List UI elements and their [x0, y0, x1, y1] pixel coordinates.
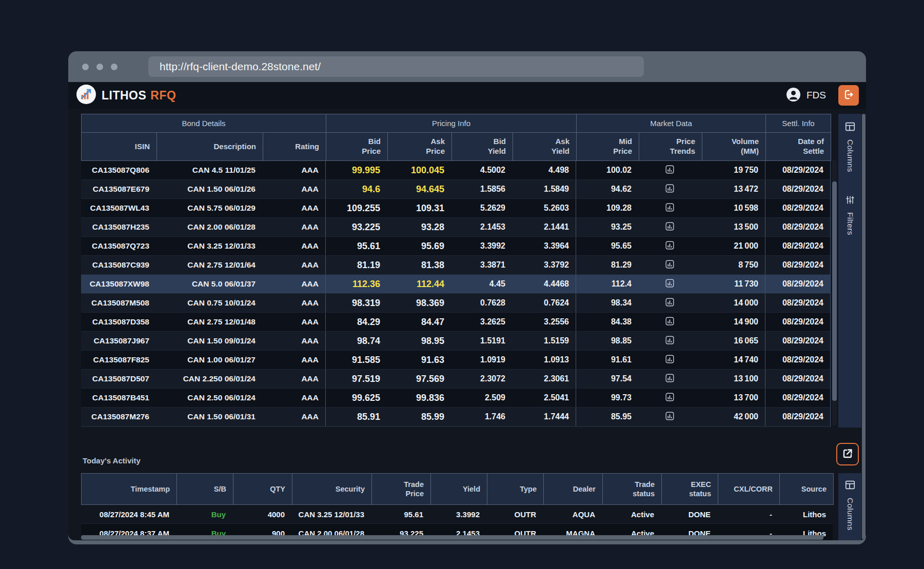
bond-row[interactable]: CA135087B451 CAN 2.50 06/01/24 AAA 99.62…	[81, 389, 830, 408]
cell-ask-price[interactable]: 109.31	[387, 199, 451, 217]
logout-button[interactable]	[838, 85, 859, 106]
col-header-yield[interactable]: Yield	[430, 474, 487, 504]
cell-bid-price[interactable]: 93.225	[325, 218, 387, 236]
cell-settle-date: 08/29/2024	[765, 275, 830, 293]
col-header-source[interactable]: Source	[779, 474, 833, 504]
cell-ask-price[interactable]: 97.569	[387, 370, 451, 388]
page-vertical-scrollbar[interactable]	[862, 114, 866, 539]
cell-ask-price[interactable]: 98.95	[387, 332, 451, 350]
cell-ask-price[interactable]: 85.99	[387, 408, 451, 426]
col-header-isin[interactable]: ISIN	[82, 133, 156, 160]
col-header-trade-price[interactable]: Trade Price	[371, 474, 430, 504]
bond-table-vertical-scrollbar[interactable]	[832, 160, 837, 425]
cell-price-trends[interactable]	[638, 408, 701, 426]
cell-price-trends[interactable]	[638, 218, 701, 236]
cell-bid-price[interactable]: 99.625	[325, 389, 387, 407]
cell-price-trends[interactable]	[638, 370, 701, 388]
cell-description: CAN 2.75 12/01/48	[156, 313, 262, 331]
col-header-volume[interactable]: Volume (MM)	[702, 133, 765, 160]
col-header-qty[interactable]: QTY	[233, 474, 292, 504]
cell-price-trends[interactable]	[638, 389, 701, 407]
cell-bid-price[interactable]: 85.91	[325, 408, 387, 426]
col-header-ask-yield[interactable]: Ask Yield	[513, 133, 576, 160]
columns-tab[interactable]: Columns	[844, 121, 856, 172]
col-header-description[interactable]: Description	[156, 133, 263, 160]
bond-row[interactable]: CA135087C939 CAN 2.75 12/01/64 AAA 81.19…	[81, 256, 830, 275]
activity-columns-tab[interactable]: Columns	[844, 479, 856, 531]
cell-price-trends[interactable]	[638, 313, 701, 331]
col-header-date-settle[interactable]: Date of Settle	[765, 133, 831, 160]
cell-price-trends[interactable]	[638, 275, 701, 293]
cell-price-trends[interactable]	[638, 237, 701, 255]
bond-row[interactable]: CA135087H235 CAN 2.00 06/01/28 AAA 93.22…	[81, 218, 830, 237]
window-control-dot[interactable]	[96, 64, 103, 70]
bond-row[interactable]: CA135087E679 CAN 1.50 06/01/26 AAA 94.6 …	[81, 180, 830, 199]
cell-price-trends[interactable]	[638, 256, 701, 274]
cell-settle-date: 08/29/2024	[765, 294, 830, 312]
cell-bid-price[interactable]: 97.519	[325, 370, 387, 388]
window-control-dot[interactable]	[111, 64, 117, 70]
bond-row[interactable]: CA135087XW98 CAN 5.0 06/01/37 AAA 112.36…	[81, 275, 830, 294]
col-header-trade-status[interactable]: Trade status	[602, 474, 661, 504]
cell-bid-price[interactable]: 98.319	[325, 294, 387, 312]
bond-row[interactable]: CA135087F825 CAN 1.00 06/01/27 AAA 91.58…	[81, 351, 830, 370]
col-header-price-trends[interactable]: Price Trends	[639, 133, 702, 160]
bond-row[interactable]: CA135087D358 CAN 2.75 12/01/48 AAA 84.29…	[81, 313, 830, 332]
bond-row[interactable]: CA135087J967 CAN 1.50 09/01/24 AAA 98.74…	[81, 332, 830, 351]
cell-price-trends[interactable]	[638, 161, 701, 179]
activity-horizontal-scrollbar[interactable]	[81, 535, 823, 540]
col-header-ask-price[interactable]: Ask Price	[387, 133, 451, 160]
cell-ask-price[interactable]: 93.28	[387, 218, 451, 236]
cell-price-trends[interactable]	[638, 199, 701, 217]
cell-price-trends[interactable]	[638, 294, 701, 312]
cell-bid-price[interactable]: 91.585	[325, 351, 387, 369]
col-header-rating[interactable]: Rating	[263, 133, 326, 160]
cell-ask-price[interactable]: 81.38	[387, 256, 451, 274]
bond-row[interactable]: CA135087M276 CAN 1.50 06/01/31 AAA 85.91…	[81, 408, 830, 426]
cell-ask-price[interactable]: 94.645	[387, 180, 451, 198]
col-header-dealer[interactable]: Dealer	[543, 474, 602, 504]
filters-tab[interactable]: Filters	[845, 195, 855, 235]
bond-row[interactable]: CA135087M508 CAN 0.75 10/01/24 AAA 98.31…	[81, 294, 830, 313]
bond-row[interactable]: CA135087D507 CAN 2.250 06/01/24 AAA 97.5…	[81, 370, 830, 389]
cell-price-trends[interactable]	[638, 351, 701, 369]
col-header-exec-status[interactable]: EXEC status	[661, 474, 718, 504]
cell-ask-price[interactable]: 91.63	[387, 351, 451, 369]
cell-bid-price[interactable]: 112.36	[325, 275, 387, 293]
bond-row[interactable]: CA135087WL43 CAN 5.75 06/01/29 AAA 109.2…	[81, 199, 830, 218]
cell-settle-date: 08/29/2024	[765, 199, 830, 217]
col-header-bid-yield[interactable]: Bid Yield	[451, 133, 513, 160]
cell-bid-price[interactable]: 98.74	[325, 332, 387, 350]
cell-bid-price[interactable]: 84.29	[325, 313, 387, 331]
url-bar[interactable]: http://rfq-client-demo.28stone.net/	[148, 56, 644, 77]
expand-activity-button[interactable]	[836, 443, 859, 465]
col-header-type[interactable]: Type	[487, 474, 543, 504]
scrollbar-thumb[interactable]	[832, 181, 837, 401]
window-control-dot[interactable]	[82, 64, 89, 70]
cell-ask-price[interactable]: 84.47	[387, 313, 451, 331]
cell-ask-price[interactable]: 95.69	[387, 237, 451, 255]
col-header-mid-price[interactable]: Mid Price	[576, 133, 639, 160]
col-header-security[interactable]: Security	[292, 474, 371, 504]
cell-ask-price[interactable]: 98.369	[387, 294, 451, 312]
bond-row[interactable]: CA135087Q806 CAN 4.5 11/01/25 AAA 99.995…	[81, 161, 830, 180]
col-header-bid-price[interactable]: Bid Price	[326, 133, 387, 160]
cell-bid-price[interactable]: 94.6	[325, 180, 387, 198]
bond-row[interactable]: CA135087Q723 CAN 3.25 12/01/33 AAA 95.61…	[81, 237, 830, 256]
col-header-side[interactable]: S/B	[176, 474, 233, 504]
cell-ask-price[interactable]: 100.045	[387, 161, 451, 179]
price-trend-chart-icon	[665, 412, 674, 422]
cell-ask-price[interactable]: 99.836	[387, 389, 451, 407]
cell-ask-price[interactable]: 112.44	[387, 275, 451, 293]
cell-bid-price[interactable]: 81.19	[325, 256, 387, 274]
cell-price-trends[interactable]	[638, 180, 701, 198]
col-header-timestamp[interactable]: Timestamp	[82, 474, 176, 504]
activity-row[interactable]: 08/27/2024 8:45 AM Buy 4000 CAN 3.25 12/…	[81, 505, 833, 524]
cell-bid-price[interactable]: 109.255	[325, 199, 387, 217]
cell-bid-price[interactable]: 99.995	[325, 161, 387, 179]
cell-price-trends[interactable]	[638, 332, 701, 350]
cell-isin: CA135087M276	[81, 408, 156, 426]
cell-bid-price[interactable]: 95.61	[325, 237, 387, 255]
cell-settle-date: 08/29/2024	[765, 237, 830, 255]
col-header-cxl-corr[interactable]: CXL/CORR	[718, 474, 779, 504]
